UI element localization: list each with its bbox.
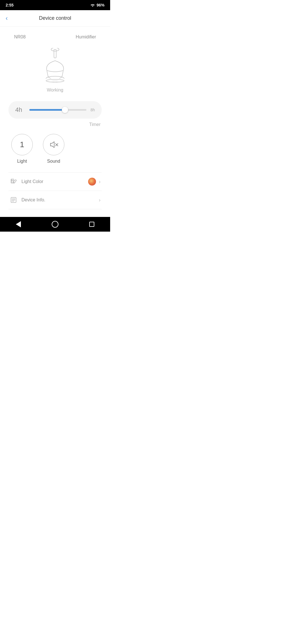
bottom-nav xyxy=(0,217,110,232)
header-title: Device control xyxy=(39,15,71,21)
slider-thumb[interactable] xyxy=(62,107,68,113)
back-triangle-icon xyxy=(16,221,21,227)
light-color-text: Light Color xyxy=(21,179,88,184)
back-nav-button[interactable] xyxy=(11,219,25,229)
recents-square-icon xyxy=(89,222,94,227)
humidifier-svg xyxy=(41,48,69,85)
recents-nav-button[interactable] xyxy=(85,219,99,229)
light-label: Light xyxy=(17,159,27,164)
status-bar: 2:55 96% xyxy=(0,0,110,10)
light-control[interactable]: 1 Light xyxy=(11,134,33,164)
timer-label-row: Timer xyxy=(8,121,102,127)
wifi-icon xyxy=(90,3,95,7)
device-info-chevron-icon: › xyxy=(99,197,101,203)
timer-section: 4h 8h xyxy=(8,101,102,119)
device-info-menu-item[interactable]: Device Info. › xyxy=(8,191,102,209)
svg-rect-0 xyxy=(54,49,56,58)
timer-current-value: 4h xyxy=(15,106,25,114)
controls-row: 1 Light Sound xyxy=(8,127,102,167)
light-circle[interactable]: 1 xyxy=(11,134,33,155)
device-type: Humidifier xyxy=(76,34,96,40)
light-color-menu-item[interactable]: Light Color › xyxy=(8,173,102,191)
humidifier-illustration: Working xyxy=(8,45,102,98)
menu-section: Light Color › Device Info. › xyxy=(8,172,102,209)
paint-icon xyxy=(10,178,18,186)
device-info-row: NR08 Humidifier xyxy=(8,27,102,45)
sound-control[interactable]: Sound xyxy=(43,134,64,164)
info-icon xyxy=(10,196,18,204)
light-color-chevron-icon: › xyxy=(99,179,101,185)
slider-track-fill xyxy=(29,109,65,111)
timer-slider[interactable] xyxy=(29,109,86,111)
main-content: NR08 Humidifier Working 4h xyxy=(0,27,110,217)
light-number: 1 xyxy=(20,140,24,149)
battery-status: 96% xyxy=(97,3,104,7)
svg-rect-7 xyxy=(11,179,14,183)
color-ball xyxy=(88,178,96,186)
home-circle-icon xyxy=(52,221,58,228)
device-info-text: Device Info. xyxy=(21,197,99,203)
device-name: NR08 xyxy=(14,34,26,40)
header: ‹ Device control xyxy=(0,10,110,27)
status-right: 96% xyxy=(90,3,104,7)
timer-label: Timer xyxy=(89,122,102,127)
device-status: Working xyxy=(47,88,63,93)
sound-circle[interactable] xyxy=(43,134,64,155)
sound-label: Sound xyxy=(47,159,60,164)
timer-max-value: 8h xyxy=(90,108,95,112)
home-nav-button[interactable] xyxy=(48,219,62,229)
status-time: 2:55 xyxy=(6,3,14,7)
slider-row: 4h 8h xyxy=(15,106,95,114)
back-button[interactable]: ‹ xyxy=(6,15,8,21)
speaker-muted-icon xyxy=(48,140,59,149)
